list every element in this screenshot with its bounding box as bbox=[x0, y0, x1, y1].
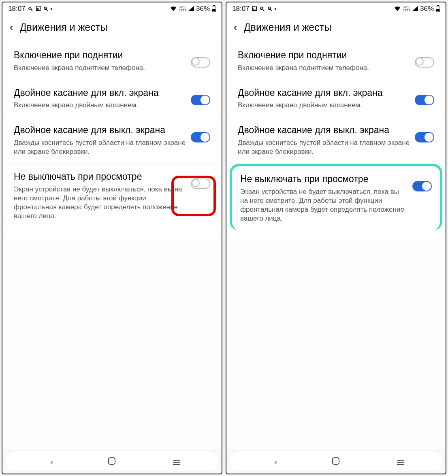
nav-home-button[interactable] bbox=[328, 457, 344, 467]
setting-title: Не выключать при просмотре bbox=[14, 171, 187, 183]
toggle-keep-screen-on[interactable] bbox=[412, 181, 432, 191]
settings-content: Включение при поднятии Включение экрана … bbox=[2, 40, 222, 449]
status-left: 18:07 🖼 🔍︎ 🔍︎ • bbox=[232, 5, 276, 13]
status-right: Vo))LTE1 36% bbox=[394, 5, 440, 13]
setting-title: Включение при поднятии bbox=[238, 50, 411, 61]
wifi-icon bbox=[170, 6, 177, 12]
battery-icon bbox=[436, 5, 440, 13]
dot-icon: • bbox=[275, 6, 277, 12]
partial-next-card bbox=[6, 230, 218, 239]
settings-card: Включение при поднятии Включение экрана … bbox=[230, 42, 442, 230]
search-icon: 🔍︎ bbox=[259, 6, 265, 12]
setting-double-tap-off[interactable]: Двойное касание для выкл. экрана Дважды … bbox=[6, 117, 218, 164]
volte-icon: Vo))LTE1 bbox=[179, 6, 186, 12]
setting-keep-screen-on[interactable]: Не выключать при просмотре Экран устройс… bbox=[6, 164, 218, 228]
setting-title: Включение при поднятии bbox=[14, 50, 187, 61]
setting-title: Двойное касание для вкл. экрана bbox=[238, 87, 411, 99]
setting-text: Двойное касание для выкл. экрана Дважды … bbox=[238, 125, 415, 156]
settings-card: Включение при поднятии Включение экрана … bbox=[6, 42, 218, 228]
setting-desc: Включение экрана двойным касанием. bbox=[238, 101, 411, 110]
setting-text: Включение при поднятии Включение экрана … bbox=[14, 50, 191, 72]
search-icon: 🔍︎ bbox=[28, 6, 33, 12]
back-button[interactable]: ‹ bbox=[234, 21, 237, 34]
picture-icon: 🖼 bbox=[35, 6, 41, 12]
page-title: Движения и жесты bbox=[244, 21, 332, 33]
setting-title: Двойное касание для выкл. экрана bbox=[238, 125, 411, 136]
header: ‹ Движения и жесты bbox=[2, 15, 222, 40]
setting-desc: Включение экрана двойным касанием. bbox=[14, 101, 187, 110]
nav-back-button[interactable]: ‹ bbox=[44, 457, 60, 467]
svg-rect-6 bbox=[436, 9, 439, 11]
toggle-double-tap-off[interactable] bbox=[415, 132, 434, 142]
svg-rect-3 bbox=[109, 458, 115, 464]
setting-text: Двойное касание для выкл. экрана Дважды … bbox=[14, 125, 191, 156]
setting-desc: Включение экрана поднятием телефона. bbox=[14, 64, 187, 72]
status-bar: 18:07 🖼 🔍︎ 🔍︎ • Vo))LTE1 36% bbox=[226, 2, 446, 15]
toggle-double-tap-off[interactable] bbox=[191, 132, 210, 142]
toggle-lift-to-wake[interactable] bbox=[415, 57, 434, 68]
nav-back-button[interactable]: ‹ bbox=[268, 457, 284, 467]
setting-desc: Дважды коснитесь пустой области на главн… bbox=[238, 138, 411, 156]
setting-text: Не выключать при просмотре Экран устройс… bbox=[14, 171, 191, 221]
setting-text: Не выключать при просмотре Экран устройс… bbox=[240, 174, 412, 223]
battery-percent: 36% bbox=[420, 5, 434, 13]
partial-next-card bbox=[230, 233, 442, 242]
toggle-keep-screen-on[interactable] bbox=[191, 178, 210, 189]
setting-title: Двойное касание для вкл. экрана bbox=[14, 87, 187, 99]
svg-rect-7 bbox=[333, 458, 339, 464]
setting-lift-to-wake[interactable]: Включение при поднятии Включение экрана … bbox=[230, 42, 442, 80]
search-icon: 🔍︎ bbox=[267, 6, 273, 12]
setting-desc: Дважды коснитесь пустой области на главн… bbox=[14, 138, 187, 156]
phone-screenshot-right: 18:07 🖼 🔍︎ 🔍︎ • Vo))LTE1 36% ‹ Движения … bbox=[226, 2, 446, 474]
setting-text: Включение при поднятии Включение экрана … bbox=[238, 50, 415, 72]
picture-icon: 🖼 bbox=[252, 6, 257, 12]
setting-title: Двойное касание для выкл. экрана bbox=[14, 125, 187, 136]
back-button[interactable]: ‹ bbox=[10, 21, 13, 34]
setting-desc: Экран устройства не будет выключаться, п… bbox=[240, 187, 408, 223]
phone-screenshot-left: 18:07 🔍︎ 🖼 🔍︎ • Vo))LTE1 36% ‹ Движения … bbox=[2, 2, 222, 474]
nav-recents-button[interactable] bbox=[388, 460, 404, 465]
search-icon: 🔍︎ bbox=[43, 6, 49, 12]
setting-text: Двойное касание для вкл. экрана Включени… bbox=[14, 87, 191, 110]
status-time: 18:07 bbox=[232, 5, 250, 13]
settings-content: Включение при поднятии Включение экрана … bbox=[226, 40, 446, 449]
header: ‹ Движения и жесты bbox=[226, 15, 446, 40]
status-bar: 18:07 🔍︎ 🖼 🔍︎ • Vo))LTE1 36% bbox=[2, 2, 222, 15]
nav-bar: ‹ bbox=[230, 451, 442, 471]
toggle-lift-to-wake[interactable] bbox=[191, 57, 210, 68]
battery-icon bbox=[212, 5, 216, 13]
battery-percent: 36% bbox=[196, 5, 210, 13]
setting-double-tap-on[interactable]: Двойное касание для вкл. экрана Включени… bbox=[6, 80, 218, 118]
nav-recents-button[interactable] bbox=[164, 460, 180, 465]
volte-icon: Vo))LTE1 bbox=[403, 6, 410, 12]
signal-icon bbox=[188, 6, 194, 12]
setting-double-tap-on[interactable]: Двойное касание для вкл. экрана Включени… bbox=[230, 80, 442, 118]
setting-text: Двойное касание для вкл. экрана Включени… bbox=[238, 87, 415, 110]
setting-double-tap-off[interactable]: Двойное касание для выкл. экрана Дважды … bbox=[230, 117, 442, 164]
signal-icon bbox=[412, 6, 418, 12]
setting-desc: Включение экрана поднятием телефона. bbox=[238, 64, 411, 72]
page-title: Движения и жесты bbox=[20, 21, 108, 33]
wifi-icon bbox=[394, 6, 401, 12]
dot-icon: • bbox=[51, 6, 53, 12]
toggle-double-tap-on[interactable] bbox=[191, 95, 210, 105]
nav-home-button[interactable] bbox=[104, 457, 120, 467]
svg-rect-2 bbox=[212, 9, 215, 11]
status-right: Vo))LTE1 36% bbox=[170, 5, 216, 13]
toggle-double-tap-on[interactable] bbox=[415, 95, 434, 105]
nav-bar: ‹ bbox=[6, 451, 218, 471]
setting-keep-screen-on[interactable]: Не выключать при просмотре Экран устройс… bbox=[230, 164, 442, 230]
setting-lift-to-wake[interactable]: Включение при поднятии Включение экрана … bbox=[6, 42, 218, 80]
status-left: 18:07 🔍︎ 🖼 🔍︎ • bbox=[8, 5, 52, 13]
setting-title: Не выключать при просмотре bbox=[240, 174, 408, 185]
setting-desc: Экран устройства не будет выключаться, п… bbox=[14, 185, 187, 221]
status-time: 18:07 bbox=[8, 5, 26, 13]
